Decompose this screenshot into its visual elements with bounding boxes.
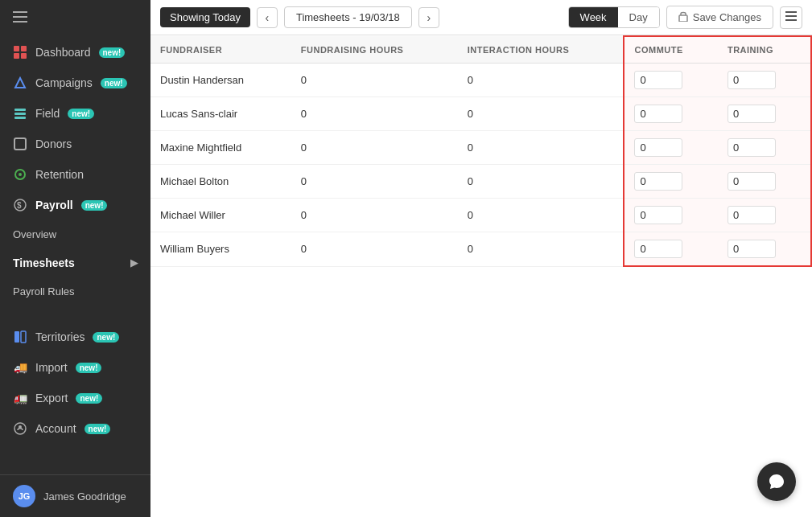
sidebar-item-label: Export	[35, 392, 68, 404]
next-nav-button[interactable]: ›	[418, 7, 439, 28]
cell-fundraiser: Michael Bolton	[150, 165, 291, 199]
save-changes-label: Save Changes	[693, 11, 761, 23]
sidebar-item-account[interactable]: Account new!	[0, 413, 150, 444]
sidebar-item-dashboard[interactable]: Dashboard new!	[0, 37, 150, 68]
svg-rect-16	[14, 331, 19, 343]
training-input[interactable]	[728, 138, 776, 157]
cell-commute[interactable]	[624, 131, 717, 165]
cell-commute[interactable]	[624, 165, 717, 199]
cell-fundraising-hours: 0	[291, 64, 458, 97]
week-button[interactable]: Week	[569, 7, 618, 27]
day-button[interactable]: Day	[618, 7, 659, 27]
training-input[interactable]	[728, 71, 776, 89]
cell-training[interactable]	[718, 97, 811, 131]
cell-fundraising-hours: 0	[291, 131, 458, 165]
svg-rect-1	[13, 16, 27, 18]
lock-icon	[678, 10, 688, 24]
dashboard-icon	[13, 45, 27, 59]
svg-rect-0	[13, 11, 27, 13]
campaigns-icon	[13, 76, 27, 90]
user-profile[interactable]: JG James Goodridge	[0, 474, 150, 517]
account-icon	[13, 421, 27, 436]
commute-input[interactable]	[634, 172, 682, 191]
svg-rect-3	[14, 46, 19, 51]
sidebar-item-timesheets[interactable]: Timesheets ▶	[0, 248, 150, 277]
training-input[interactable]	[728, 172, 776, 191]
commute-input[interactable]	[634, 206, 682, 224]
sidebar-item-territories[interactable]: Territories new!	[0, 322, 150, 352]
commute-input[interactable]	[634, 71, 682, 89]
cell-fundraising-hours: 0	[291, 165, 458, 199]
sidebar-item-import[interactable]: 🚚 Import new!	[0, 352, 150, 383]
prev-nav-button[interactable]: ‹	[257, 7, 278, 28]
svg-rect-22	[785, 15, 797, 17]
svg-rect-20	[679, 15, 687, 22]
sidebar-item-payroll[interactable]: $ Payroll new!	[0, 190, 150, 220]
export-icon: 🚛	[13, 391, 27, 405]
sidebar-item-retention[interactable]: Retention	[0, 159, 150, 190]
col-commute: COMMUTE	[624, 36, 717, 64]
sidebar-item-campaigns[interactable]: Campaigns new!	[0, 68, 150, 98]
cell-training[interactable]	[718, 131, 811, 165]
svg-text:$: $	[17, 201, 22, 210]
chevron-right-icon: ▶	[130, 257, 138, 269]
commute-input[interactable]	[634, 105, 682, 123]
training-input[interactable]	[728, 105, 776, 123]
account-badge: new!	[84, 424, 111, 434]
donors-icon	[13, 137, 27, 151]
list-icon	[785, 11, 797, 23]
commute-input[interactable]	[634, 138, 682, 157]
training-input[interactable]	[728, 206, 776, 224]
svg-rect-6	[21, 53, 27, 59]
table-row: William Buyers 0 0	[150, 232, 811, 267]
sidebar-item-label: Field	[35, 107, 60, 120]
col-fundraiser: FUNDRAISER	[150, 36, 291, 64]
cell-commute[interactable]	[624, 97, 717, 131]
col-interaction-hours: INTERACTION HOURS	[458, 36, 624, 64]
svg-rect-5	[14, 53, 19, 59]
sidebar: Dashboard new! Campaigns new! Field new!…	[0, 0, 150, 517]
table-container: FUNDRAISER FUNDRAISING HOURS INTERACTION…	[150, 35, 812, 517]
cell-fundraiser: Lucas Sans-clair	[150, 97, 291, 131]
cell-interaction-hours: 0	[458, 165, 624, 199]
cell-training[interactable]	[718, 165, 811, 199]
table-row: Michael Willer 0 0	[150, 199, 811, 232]
commute-input[interactable]	[634, 240, 682, 258]
sidebar-item-label: Dashboard	[35, 46, 91, 59]
cell-commute[interactable]	[624, 232, 717, 267]
col-training: TRAINING	[718, 36, 811, 64]
cell-training[interactable]	[718, 232, 811, 267]
svg-rect-4	[21, 46, 27, 51]
sidebar-item-export[interactable]: 🚛 Export new!	[0, 383, 150, 413]
cell-fundraising-hours: 0	[291, 232, 458, 267]
payroll-icon: $	[13, 198, 27, 212]
chat-bubble[interactable]	[757, 462, 796, 501]
cell-fundraiser: Maxine Mightfield	[150, 131, 291, 165]
payroll-badge: new!	[81, 200, 108, 211]
save-changes-button[interactable]: Save Changes	[666, 6, 773, 29]
sidebar-item-label: Territories	[35, 330, 84, 343]
sidebar-item-donors[interactable]: Donors	[0, 129, 150, 159]
sidebar-item-payroll-rules[interactable]: Payroll Rules	[0, 277, 150, 306]
cell-fundraiser: Dustin Handersan	[150, 64, 291, 97]
cell-training[interactable]	[718, 199, 811, 232]
training-input[interactable]	[728, 240, 776, 258]
cell-commute[interactable]	[624, 199, 717, 232]
svg-rect-2	[13, 21, 27, 23]
sidebar-item-field[interactable]: Field new!	[0, 98, 150, 129]
topbar: Showing Today ‹ Timesheets - 19/03/18 › …	[150, 0, 812, 35]
retention-icon	[13, 167, 27, 182]
list-view-button[interactable]	[780, 6, 802, 29]
cell-interaction-hours: 0	[458, 131, 624, 165]
cell-commute[interactable]	[624, 64, 717, 97]
cell-training[interactable]	[718, 64, 811, 97]
export-badge: new!	[76, 393, 102, 404]
cell-interaction-hours: 0	[458, 199, 624, 232]
cell-fundraiser: William Buyers	[150, 232, 291, 267]
import-icon: 🚚	[13, 360, 27, 375]
showing-today-button[interactable]: Showing Today	[160, 7, 250, 27]
sidebar-item-overview[interactable]: Overview	[0, 220, 150, 248]
sidebar-item-label: Campaigns	[35, 76, 93, 89]
hamburger-menu[interactable]	[0, 0, 150, 37]
import-badge: new!	[76, 363, 102, 373]
